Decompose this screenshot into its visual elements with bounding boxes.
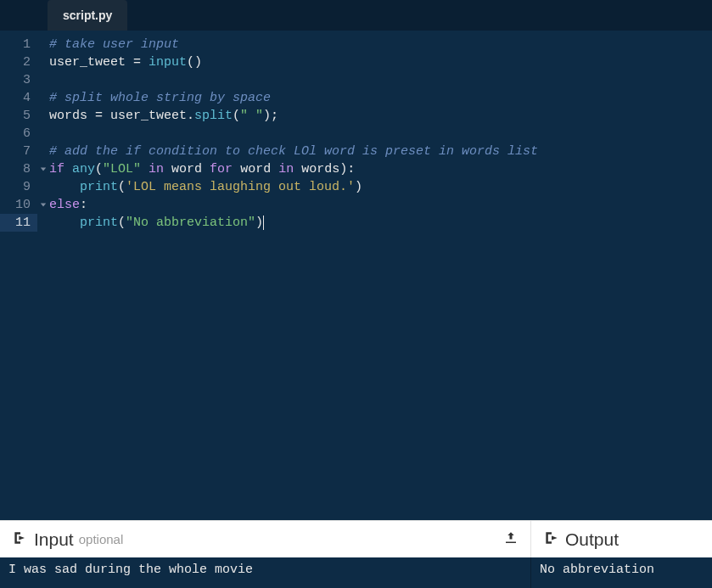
- code-token: [141, 53, 149, 71]
- code-token: user_tweet: [49, 53, 133, 71]
- tab-bar: script.py: [0, 0, 712, 31]
- code-line[interactable]: # split whole string by space: [49, 89, 712, 107]
- code-token: ):: [339, 160, 355, 178]
- input-panel-content[interactable]: I was sad during the whole movie: [0, 557, 531, 588]
- code-token: [141, 160, 149, 178]
- code-line[interactable]: [49, 125, 712, 143]
- fold-toggle-icon[interactable]: [39, 201, 48, 210]
- file-tab-label: script.py: [63, 8, 112, 22]
- code-token: (: [118, 214, 126, 232]
- code-token: input: [149, 53, 187, 71]
- code-token: =: [133, 53, 141, 71]
- input-title: Input: [34, 529, 74, 550]
- code-token: word: [233, 160, 278, 178]
- code-token: 'LOL means laughing out loud.': [126, 178, 355, 196]
- code-token: print: [80, 214, 118, 232]
- code-token: if: [49, 160, 72, 178]
- line-number-gutter: 1234567891011: [0, 31, 37, 520]
- code-token: in: [149, 160, 164, 178]
- fold-toggle-icon[interactable]: [39, 165, 48, 174]
- file-tab[interactable]: script.py: [48, 0, 127, 31]
- code-line[interactable]: [49, 71, 712, 89]
- output-text: No abbreviation: [540, 563, 654, 577]
- panel-body: I was sad during the whole movie No abbr…: [0, 557, 712, 588]
- panel-header: Input optional Output: [0, 520, 712, 557]
- code-token: (): [187, 53, 202, 71]
- output-panel-header: Output: [531, 521, 712, 557]
- code-token: words: [294, 160, 339, 178]
- code-token: ): [355, 178, 362, 196]
- code-token: "LOL": [103, 160, 141, 178]
- line-number: 2: [0, 53, 31, 71]
- code-line[interactable]: print('LOL means laughing out loud.'): [49, 178, 712, 196]
- code-token: );: [263, 107, 278, 125]
- code-token: :: [80, 196, 87, 214]
- text-cursor: [263, 216, 264, 230]
- code-token: "No abbreviation": [126, 214, 255, 232]
- line-number: 3: [0, 71, 31, 89]
- code-line[interactable]: user_tweet = input(): [49, 53, 712, 71]
- code-line[interactable]: if any("LOL" in word for word in words):: [49, 160, 712, 178]
- code-token: (: [95, 160, 103, 178]
- line-number: 7: [0, 143, 31, 160]
- code-editor[interactable]: 1234567891011 # take user inputuser_twee…: [0, 31, 712, 520]
- code-token: for: [210, 160, 233, 178]
- code-token: words: [49, 107, 95, 125]
- code-token: else: [49, 196, 80, 214]
- line-number: 6: [0, 125, 31, 143]
- input-panel-header: Input optional: [0, 521, 531, 557]
- output-panel-content: No abbreviation: [531, 557, 712, 588]
- tab-spacer: [0, 0, 48, 31]
- code-area[interactable]: # take user inputuser_tweet = input()# s…: [37, 31, 712, 520]
- line-number: 5: [0, 107, 31, 125]
- code-token: any: [72, 160, 95, 178]
- line-number: 10: [0, 196, 31, 214]
- code-token: split: [194, 107, 233, 125]
- code-token: =: [95, 107, 103, 125]
- code-token: # take user input: [49, 36, 179, 53]
- output-icon: [543, 529, 560, 549]
- code-token: print: [80, 178, 118, 196]
- code-token: [49, 178, 80, 196]
- code-token: user_tweet.: [103, 107, 194, 125]
- code-line[interactable]: words = user_tweet.split(" ");: [49, 107, 712, 125]
- line-number: 1: [0, 36, 31, 53]
- input-text: I was sad during the whole movie: [8, 563, 253, 577]
- code-token: word: [164, 160, 210, 178]
- line-number: 8: [0, 160, 31, 178]
- code-line[interactable]: # add the if condition to check LOl word…: [49, 143, 712, 160]
- line-number: 11: [0, 214, 37, 232]
- code-token: (: [233, 107, 240, 125]
- code-line[interactable]: print("No abbreviation"): [49, 214, 712, 232]
- output-title: Output: [565, 529, 619, 550]
- code-token: # add the if condition to check LOl word…: [49, 143, 538, 160]
- code-token: ): [255, 214, 263, 232]
- upload-button[interactable]: [503, 530, 519, 548]
- code-token: # split whole string by space: [49, 89, 271, 107]
- input-subtitle: optional: [79, 532, 124, 546]
- code-line[interactable]: else:: [49, 196, 712, 214]
- input-icon: [12, 529, 29, 549]
- line-number: 9: [0, 178, 31, 196]
- code-token: in: [278, 160, 294, 178]
- code-token: (: [118, 178, 126, 196]
- code-line[interactable]: # take user input: [49, 36, 712, 53]
- line-number: 4: [0, 89, 31, 107]
- code-token: [49, 214, 80, 232]
- code-token: " ": [240, 107, 263, 125]
